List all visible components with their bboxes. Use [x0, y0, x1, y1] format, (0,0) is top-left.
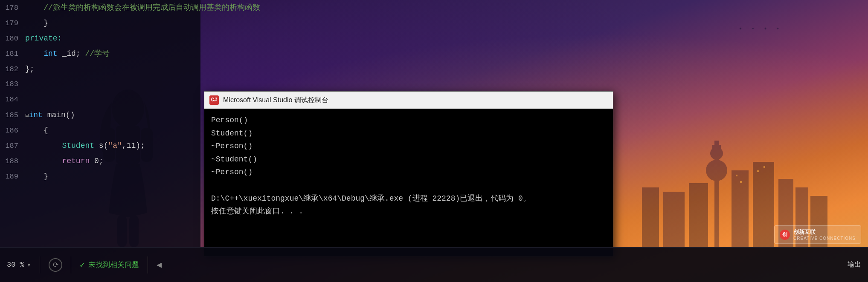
code-line-189: 189 } — [0, 169, 200, 184]
svg-rect-9 — [642, 187, 659, 247]
zoom-level: 30 % ▾ — [7, 260, 31, 269]
status-divider-3 — [148, 256, 148, 273]
status-ok-indicator: ✓ 未找到相关问题 — [80, 259, 139, 270]
status-divider-1 — [40, 256, 40, 273]
watermark-company: 创新互联 — [793, 228, 856, 236]
console-window[interactable]: C# Microsoft Visual Studio 调试控制台 Person(… — [204, 91, 613, 256]
code-line-179: 179 } — [0, 15, 200, 31]
watermark-tagline: CREATIVE CONNECTIONS — [793, 236, 856, 241]
console-title: Microsoft Visual Studio 调试控制台 — [223, 96, 328, 105]
svg-rect-13 — [740, 181, 742, 183]
svg-rect-3 — [712, 145, 721, 149]
code-line-186: 186 { — [0, 123, 200, 138]
scroll-left-arrow[interactable]: ◀ — [157, 259, 162, 270]
console-output: Person() Student() ~Person() ~Student() … — [204, 109, 613, 256]
svg-point-1 — [706, 160, 727, 181]
vs-icon: C# — [209, 95, 219, 105]
output-line-5: ~Person() — [211, 166, 606, 179]
checkmark-icon: ✓ — [80, 259, 85, 270]
svg-rect-15 — [763, 166, 765, 168]
code-line-180: 180 private: — [0, 31, 200, 46]
output-line-4: ~Student() — [211, 153, 606, 166]
watermark-text-block: 创新互联 CREATIVE CONNECTIONS — [793, 228, 856, 241]
output-line-3: ~Person() — [211, 140, 606, 153]
code-line-188: 188 return 0; — [0, 153, 200, 169]
svg-rect-7 — [689, 183, 708, 247]
exit-message: D:\C++\xuexitongxue\继承\x64\Debug\继承.exe … — [211, 192, 606, 205]
code-line-187: 187 Student s("a",11); — [0, 138, 200, 153]
status-bar: 30 % ▾ ⟳ ✓ 未找到相关问题 ◀ 输出 — [0, 247, 868, 282]
console-titlebar: C# Microsoft Visual Studio 调试控制台 — [204, 92, 613, 109]
output-line-1: Person() — [211, 114, 606, 127]
output-line-2: Student() — [211, 127, 606, 140]
code-editor-panel: 178 //派生类的析构函数会在被调用完成后自动调用基类的析构函数 179 } … — [0, 0, 200, 247]
code-line-185: 185 ⊟int main() — [0, 107, 200, 123]
svg-rect-8 — [663, 192, 685, 247]
status-divider-2 — [71, 256, 71, 273]
status-ok-text: 未找到相关问题 — [88, 260, 139, 270]
svg-rect-12 — [736, 175, 737, 176]
zoom-dropdown-arrow[interactable]: ▾ — [27, 260, 31, 269]
svg-rect-14 — [757, 170, 759, 172]
birds-decoration: ✦ ✦ ✦ ✦ — [739, 26, 783, 31]
watermark-icon: 创 — [780, 230, 790, 240]
watermark: 创 创新互联 CREATIVE CONNECTIONS — [774, 225, 861, 244]
code-line-181: 181 int _id; //学号 — [0, 46, 200, 61]
code-line-182: 182 }; — [0, 61, 200, 77]
refresh-icon[interactable]: ⟳ — [49, 258, 62, 272]
output-label: 输出 — [848, 260, 861, 269]
code-line-178: 178 //派生类的析构函数会在被调用完成后自动调用基类的析构函数 — [0, 0, 200, 15]
code-line-184: 184 — [0, 92, 200, 107]
svg-rect-5 — [753, 162, 774, 247]
press-key-message: 按任意键关闭此窗口. . . — [211, 205, 606, 218]
code-line-183: 183 — [0, 77, 200, 92]
